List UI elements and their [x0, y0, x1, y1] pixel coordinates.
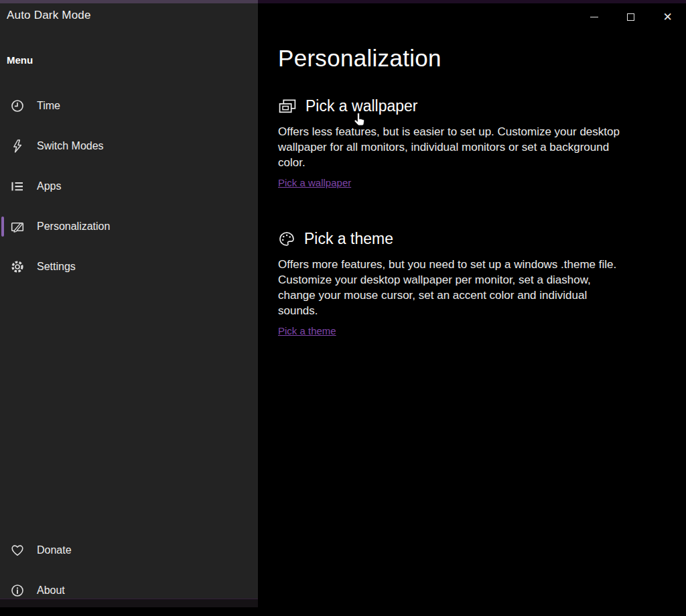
section-heading: Pick a wallpaper [305, 97, 417, 115]
wallpaper-section: Pick a wallpaper Offers less features, b… [278, 97, 625, 189]
wallpaper-section-header: Pick a wallpaper [278, 97, 625, 115]
wallpaper-icon [278, 99, 297, 114]
sidebar-item-donate[interactable]: Donate [0, 530, 258, 570]
palette-icon [278, 231, 295, 248]
maximize-button[interactable] [612, 3, 649, 30]
page-title: Personalization [278, 45, 441, 72]
window-controls: ✕ [575, 3, 686, 30]
minimize-icon [590, 17, 598, 17]
sidebar-item-label: Switch Modes [37, 140, 104, 152]
sidebar-item-label: Settings [37, 261, 76, 273]
section-description: Offers less features, but is easier to s… [278, 124, 625, 170]
sidebar-bottom-strip [0, 599, 258, 607]
theme-section: Pick a theme Offers more features, but y… [278, 230, 625, 337]
app-title: Auto Dark Mode [7, 9, 91, 22]
clock-icon [9, 98, 25, 114]
auto-dark-mode-window: Auto Dark Mode Menu Time Switch Modes [0, 0, 686, 616]
sidebar-item-settings[interactable]: Settings [0, 247, 258, 287]
sidebar-item-label: Personalization [37, 221, 110, 233]
info-icon [9, 582, 25, 599]
maximize-icon [627, 13, 634, 21]
heart-icon [9, 542, 25, 558]
list-icon [9, 178, 25, 194]
sidebar-item-personalization[interactable]: Personalization [0, 206, 258, 247]
sidebar-item-switch-modes[interactable]: Switch Modes [0, 126, 258, 166]
pick-wallpaper-link[interactable]: Pick a wallpaper [278, 177, 351, 188]
sidebar-item-apps[interactable]: Apps [0, 166, 258, 206]
sidebar: Auto Dark Mode Menu Time Switch Modes [0, 3, 258, 607]
section-description: Offers more features, but you need to se… [278, 257, 625, 318]
pick-theme-link[interactable]: Pick a theme [278, 325, 336, 336]
sidebar-item-label: About [37, 584, 65, 597]
sidebar-item-label: Time [37, 100, 60, 112]
minimize-button[interactable] [575, 3, 612, 30]
section-heading: Pick a theme [304, 230, 393, 248]
menu-label: Menu [7, 54, 33, 66]
sidebar-item-time[interactable]: Time [0, 86, 258, 126]
main-content: ✕ Personalization Pick a wallpaper Offer… [258, 3, 686, 616]
sidebar-item-label: Donate [37, 544, 72, 556]
close-icon: ✕ [663, 11, 672, 23]
lightning-icon [9, 138, 25, 154]
selection-indicator [1, 217, 4, 237]
gear-icon [9, 259, 25, 275]
personalization-icon [9, 219, 25, 235]
close-button[interactable]: ✕ [649, 3, 686, 30]
sidebar-item-label: Apps [37, 180, 61, 192]
theme-section-header: Pick a theme [278, 230, 625, 248]
